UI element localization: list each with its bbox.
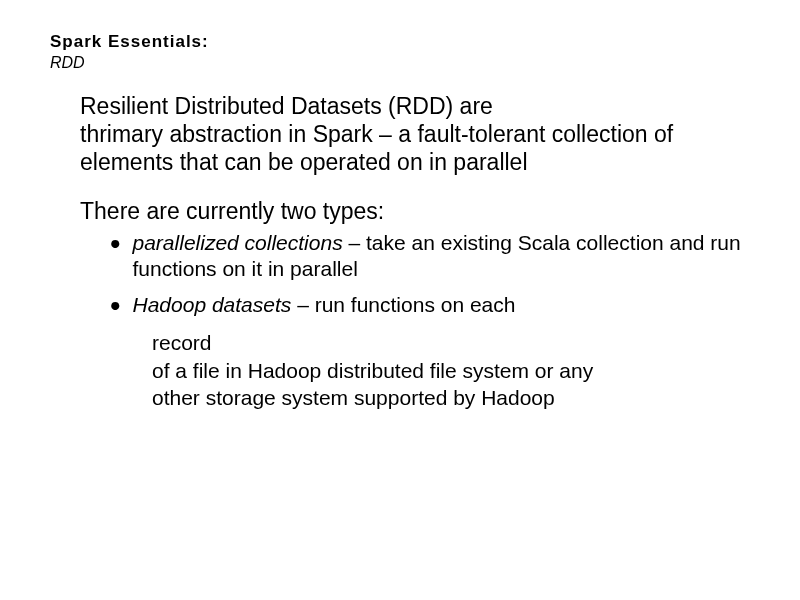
bullet-text: parallelized collections – take an exist… [133, 230, 750, 283]
bullet-icon: • [110, 292, 121, 319]
header-subtitle: RDD [50, 54, 750, 72]
list-item: • parallelized collections – take an exi… [110, 230, 750, 283]
intro-line2: thrimary abstraction in Spark – a fault-… [80, 120, 750, 176]
bullet-list: • parallelized collections – take an exi… [80, 230, 750, 411]
bullet-term: Hadoop datasets [133, 293, 292, 316]
bullet-continuation: recordof a file in Hadoop distributed fi… [110, 329, 750, 411]
bullet-desc: – run functions on each [291, 293, 515, 316]
intro-paragraph: Resilient Distributed Datasets (RDD) are… [80, 92, 750, 176]
types-heading: There are currently two types: [80, 198, 750, 226]
slide: Spark Essentials: RDD Resilient Distribu… [0, 0, 800, 411]
bullet-icon: • [110, 230, 121, 257]
intro-line1: Resilient Distributed Datasets (RDD) are [80, 92, 750, 120]
bullet-text: Hadoop datasets – run functions on each [133, 292, 516, 318]
header-title: Spark Essentials: [50, 32, 750, 52]
slide-body: Resilient Distributed Datasets (RDD) are… [50, 92, 750, 411]
bullet-term: parallelized collections [133, 231, 343, 254]
list-item: • Hadoop datasets – run functions on eac… [110, 292, 750, 319]
